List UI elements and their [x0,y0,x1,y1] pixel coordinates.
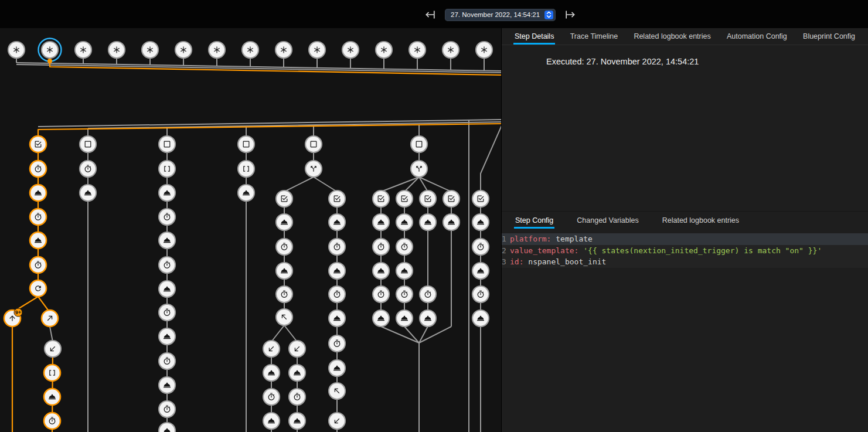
step-config-code[interactable]: 1platform: template2value_template: '{{ … [502,233,868,268]
trace-node-arrow-top-left[interactable] [276,309,292,325]
trace-node-timer[interactable] [80,161,96,177]
trace-node-asterisk[interactable] [309,42,325,58]
trace-node-service[interactable] [263,365,280,381]
trace-node-asterisk[interactable] [342,42,359,58]
trace-node-checkbox-marked[interactable] [420,191,436,207]
tab-related-logbook-entries[interactable]: Related logbook entries [661,212,740,229]
trace-node-timer[interactable] [329,286,345,302]
trace-node-asterisk[interactable] [409,42,426,58]
trace-node-service[interactable] [276,263,292,279]
trace-node-service[interactable] [159,328,175,345]
trace-node-timer[interactable] [472,286,489,302]
trace-node-service[interactable] [30,185,46,201]
trace-node-arrow-bottom-left[interactable] [45,341,61,357]
trace-node-service[interactable] [472,310,489,326]
trace-node-service[interactable] [396,310,413,326]
trace-node-asterisk[interactable] [442,42,459,58]
trace-node-service[interactable] [276,214,292,230]
trace-node-service[interactable] [44,389,60,405]
trace-node-asterisk[interactable] [476,42,492,58]
trace-node-checkbox-marked[interactable] [472,191,489,207]
trace-node-timer[interactable] [396,286,413,302]
trace-node-asterisk[interactable] [376,42,392,58]
trace-node-asterisk[interactable] [142,42,158,58]
tab-step-details[interactable]: Step Details [513,28,555,45]
trace-node-checkbox-marked[interactable] [396,191,413,207]
trace-node-service[interactable] [373,263,389,279]
trace-node-timer[interactable] [159,353,175,369]
trace-node-service[interactable] [30,232,46,249]
trace-node-timer[interactable] [30,257,46,273]
trace-node-brackets[interactable] [159,161,175,177]
trace-node-service[interactable] [80,185,96,201]
trace-node-service[interactable] [159,423,175,432]
trace-node-service[interactable] [472,263,489,279]
trace-node-brackets[interactable] [238,161,254,177]
trace-node-call-split[interactable] [411,161,427,177]
trace-node-service[interactable] [373,310,389,326]
trace-node-arrow-bottom-left[interactable] [289,341,305,357]
trace-node-asterisk[interactable] [39,39,62,62]
trace-select[interactable]: 27. November 2022, 14:54:21 [445,9,556,21]
trace-node-timer[interactable] [373,239,389,255]
trace-node-checkbox-marked[interactable] [276,191,292,207]
trace-node-service[interactable] [289,365,305,381]
tab-blueprint-config[interactable]: Blueprint Config [802,28,856,45]
trace-node-asterisk[interactable] [209,42,225,58]
trace-node-checkbox-blank[interactable] [159,136,175,152]
trace-node-refresh[interactable] [30,280,46,297]
trace-node-arrow-top-right[interactable] [42,310,58,326]
trace-node-timer[interactable] [329,335,345,352]
trace-node-timer[interactable] [159,209,175,225]
trace-node-asterisk[interactable] [75,42,91,58]
trace-node-arrow-bottom-left[interactable] [263,341,280,357]
trace-node-service[interactable] [238,185,254,201]
trace-node-service[interactable] [329,214,345,230]
tab-related-logbook-entries[interactable]: Related logbook entries [632,28,712,45]
trace-node-timer[interactable] [276,286,292,302]
tab-automation-config[interactable]: Automation Config [726,28,788,45]
trace-node-service[interactable] [396,214,413,230]
trace-node-timer[interactable] [159,304,175,321]
trace-node-checkbox-blank[interactable] [305,136,322,152]
trace-node-service[interactable] [329,263,345,279]
trace-node-arrow-up[interactable]: 9+ [4,308,22,326]
trace-node-checkbox-blank[interactable] [80,136,96,152]
trace-node-checkbox-blank[interactable] [238,136,254,152]
trace-node-checkbox-marked[interactable] [443,191,459,207]
trace-node-timer[interactable] [159,401,175,417]
trace-node-timer[interactable] [373,286,389,302]
trace-node-timer[interactable] [159,257,175,273]
tab-step-config[interactable]: Step Config [514,212,554,229]
trace-node-checkbox-blank[interactable] [411,136,427,152]
trace-node-service[interactable] [159,232,175,249]
trace-node-service[interactable] [420,310,436,326]
trace-node-service[interactable] [159,377,175,393]
trace-node-timer[interactable] [329,239,345,255]
trace-node-call-split[interactable] [305,161,322,177]
trace-node-timer[interactable] [30,209,46,225]
trace-node-timer[interactable] [30,161,46,177]
trace-node-service[interactable] [420,214,436,230]
trace-node-service[interactable] [443,214,459,230]
trace-node-service[interactable] [396,263,413,279]
trace-node-service[interactable] [329,310,345,326]
trace-node-timer[interactable] [472,239,489,255]
trace-node-timer[interactable] [276,239,292,255]
previous-trace-button[interactable] [423,8,437,22]
trace-node-service[interactable] [472,214,489,230]
trace-node-service[interactable] [373,214,389,230]
trace-node-timer[interactable] [420,286,436,302]
trace-node-service[interactable] [159,185,175,201]
trace-node-service[interactable] [289,413,305,429]
trace-node-timer[interactable] [44,413,60,429]
trace-node-service[interactable] [329,360,345,376]
tab-trace-timeline[interactable]: Trace Timeline [569,28,619,45]
trace-node-checkbox-marked[interactable] [329,191,345,207]
trace-node-brackets[interactable] [44,365,60,381]
trace-node-asterisk[interactable] [275,42,292,58]
trace-node-asterisk[interactable] [8,42,25,58]
trace-node-service[interactable] [159,281,175,297]
trace-node-asterisk[interactable] [175,42,192,58]
trace-node-arrow-top-left[interactable] [329,383,345,399]
